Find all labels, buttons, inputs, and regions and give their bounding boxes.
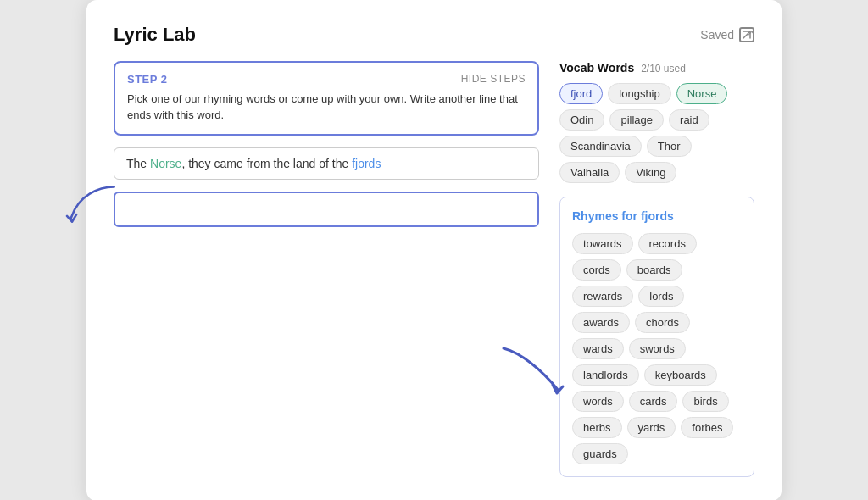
rhyme-tag[interactable]: forbes — [681, 417, 733, 438]
rhymes-tag-grid: towardsrecordscordsboardsrewardslordsawa… — [572, 233, 742, 464]
hide-steps-button[interactable]: HIDE STEPS — [461, 73, 526, 85]
vocab-tag[interactable]: raid — [669, 109, 709, 131]
main-content: STEP 2 HIDE STEPS Pick one of our rhymin… — [114, 61, 754, 477]
rhyme-tag[interactable]: awards — [572, 312, 630, 333]
left-panel: STEP 2 HIDE STEPS Pick one of our rhymin… — [114, 61, 539, 477]
vocab-tag[interactable]: Norse — [676, 83, 728, 104]
rhyme-tag[interactable]: cords — [572, 259, 621, 281]
vocab-tag[interactable]: Thor — [647, 136, 692, 157]
rhyme-tag[interactable]: chords — [635, 312, 690, 333]
rhyme-tag[interactable]: swords — [629, 338, 686, 359]
rhyme-tag[interactable]: words — [572, 391, 624, 412]
rhyme-tag[interactable]: yards — [627, 417, 676, 438]
vocab-tag[interactable]: fjord — [559, 83, 603, 104]
vocab-tag[interactable]: Viking — [625, 162, 676, 183]
vocab-tag[interactable]: Scandinavia — [559, 136, 642, 157]
left-arrow-decoration — [63, 180, 122, 231]
main-card: Lyric Lab Saved STEP 2 HIDE STEPS — [86, 0, 782, 500]
lyric-text-before: The — [126, 157, 150, 170]
rhyme-tag[interactable]: cards — [629, 391, 678, 412]
vocab-tag[interactable]: longship — [608, 83, 670, 104]
step-box: STEP 2 HIDE STEPS Pick one of our rhymin… — [114, 61, 539, 136]
rhyme-tag[interactable]: rewards — [572, 286, 633, 307]
card-title: Lyric Lab — [114, 24, 196, 46]
rhyme-tag[interactable]: boards — [626, 259, 682, 281]
word-norse: Norse — [150, 157, 181, 170]
lyric-text-middle: , they came from the land of the — [181, 157, 352, 170]
card-header: Lyric Lab Saved — [114, 24, 754, 46]
lyric-input[interactable] — [114, 192, 539, 227]
right-arrow-decoration — [495, 340, 571, 403]
rhyme-tag[interactable]: herbs — [572, 417, 622, 438]
rhyme-tag[interactable]: lords — [638, 286, 684, 307]
vocab-header: Vocab Words 2/10 used — [559, 61, 754, 75]
rhyme-tag[interactable]: wards — [572, 338, 624, 359]
rhymes-title: Rhymes for fjords — [572, 209, 742, 223]
step-label: STEP 2 — [127, 73, 168, 86]
saved-label: Saved — [700, 28, 734, 42]
external-link-icon[interactable] — [739, 27, 754, 42]
vocab-section: Vocab Words 2/10 used fjordlongshipNorse… — [559, 61, 754, 183]
vocab-count: 2/10 used — [641, 63, 686, 75]
rhyme-tag[interactable]: guards — [572, 443, 628, 464]
right-panel: Vocab Words 2/10 used fjordlongshipNorse… — [559, 61, 754, 477]
rhyme-tag[interactable]: keyboards — [644, 364, 717, 386]
vocab-tag-grid: fjordlongshipNorseOdinpillageraidScandin… — [559, 83, 754, 183]
vocab-tag[interactable]: Valhalla — [559, 162, 620, 183]
step-description: Pick one of our rhyming words or come up… — [127, 91, 526, 124]
rhyme-tag[interactable]: towards — [572, 233, 633, 254]
vocab-title: Vocab Words — [559, 61, 634, 75]
saved-area: Saved — [700, 27, 754, 42]
rhyme-tag[interactable]: landlords — [572, 364, 639, 386]
vocab-tag[interactable]: pillage — [609, 109, 664, 131]
rhyme-tag[interactable]: records — [638, 233, 697, 254]
step-header: STEP 2 HIDE STEPS — [127, 73, 526, 86]
vocab-tag[interactable]: Odin — [559, 109, 604, 131]
rhymes-section: Rhymes for fjords towardsrecordscordsboa… — [559, 197, 754, 477]
rhyme-tag[interactable]: birds — [682, 391, 728, 412]
word-fjords: fjords — [352, 157, 381, 170]
lyric-line: The Norse, they came from the land of th… — [114, 147, 539, 180]
